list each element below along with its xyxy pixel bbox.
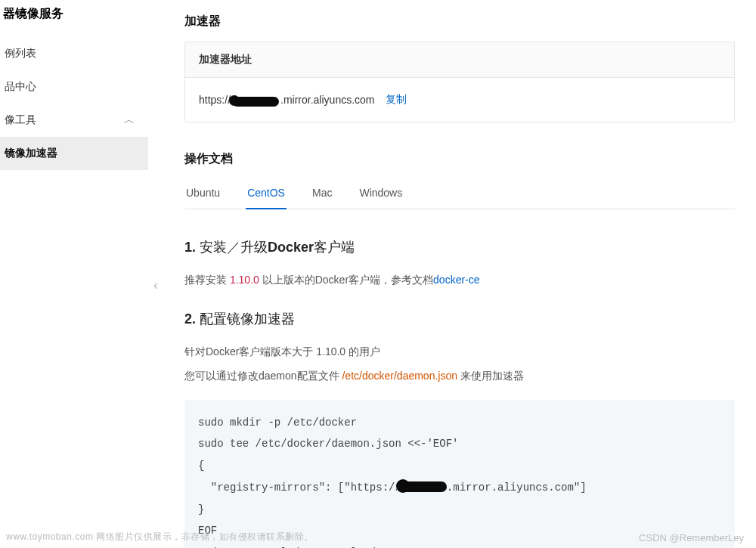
sidebar-item-label: 例列表 bbox=[5, 47, 36, 60]
step1-heading: 1. 安装／升级Docker客户端 bbox=[184, 238, 735, 256]
step2-p1: 针对Docker客户端版本大于 1.10.0 的用户 bbox=[184, 342, 735, 362]
docker-ce-link[interactable]: docker-ce bbox=[433, 274, 479, 286]
code-line: .mirror.aliyuncs.com"] bbox=[447, 481, 587, 494]
tab-centos[interactable]: CentOS bbox=[246, 179, 287, 209]
version-text: 1.10.0 bbox=[230, 274, 259, 286]
step1-t2: 客户端 bbox=[314, 240, 355, 255]
accelerator-card: 加速器地址 https://.mirror.aliyuncs.com 复制 bbox=[184, 42, 735, 122]
url-suffix: .mirror.aliyuncs.com bbox=[280, 94, 374, 106]
code-line: "registry-mirrors": ["https:// bbox=[198, 481, 401, 494]
sidebar-item-label: 像工具 bbox=[5, 113, 36, 127]
p-text: 以上版本的Docker客户端，参考文档 bbox=[259, 274, 433, 286]
main-content: 加速器 加速器地址 https://.mirror.aliyuncs.com 复… bbox=[148, 0, 756, 548]
code-block: sudo mkdir -p /etc/docker sudo tee /etc/… bbox=[184, 400, 735, 548]
sidebar-item-products[interactable]: 品中心 bbox=[0, 70, 148, 104]
p-text: 的用户 bbox=[345, 345, 380, 358]
step1-paragraph: 推荐安装 1.10.0 以上版本的Docker客户端，参考文档docker-ce bbox=[184, 270, 735, 290]
daemon-path: /etc/docker/daemon.json bbox=[342, 370, 457, 382]
chevron-up-icon: ︿ bbox=[124, 113, 135, 127]
sidebar-title: 器镜像服务 bbox=[0, 0, 148, 37]
sidebar-item-label: 品中心 bbox=[5, 80, 36, 94]
p-ver: 1.10.0 bbox=[316, 345, 345, 358]
sidebar-item-accelerator[interactable]: 镜像加速器 bbox=[0, 137, 148, 170]
url-prefix: https:// bbox=[199, 94, 231, 106]
redacted-icon bbox=[401, 481, 447, 492]
step2-p2: 您可以通过修改daemon配置文件 /etc/docker/daemon.jso… bbox=[184, 366, 735, 386]
p-text: 您可以通过修改daemon配置文件 bbox=[184, 370, 342, 382]
sidebar-item-mirror-tools[interactable]: 像工具 ︿ bbox=[0, 104, 148, 137]
step-number: 2. bbox=[184, 311, 196, 327]
accelerator-url: https://.mirror.aliyuncs.com bbox=[199, 94, 375, 106]
p-text: 推荐安装 bbox=[184, 274, 230, 286]
step-number: 1. bbox=[184, 240, 196, 255]
accelerator-address-label: 加速器地址 bbox=[185, 42, 734, 78]
step1-t1: 安装／升级 bbox=[200, 240, 268, 255]
sidebar-item-instances[interactable]: 例列表 bbox=[0, 37, 148, 70]
sidebar-item-label: 镜像加速器 bbox=[5, 147, 57, 160]
code-line: { bbox=[198, 460, 204, 472]
step2-heading: 2. 配置镜像加速器 bbox=[184, 310, 735, 328]
code-line: sudo mkdir -p /etc/docker bbox=[198, 416, 357, 429]
p-text: 来使用加速器 bbox=[457, 370, 524, 382]
p-text: 针对Docker客户端版本大于 bbox=[184, 345, 316, 358]
tab-windows[interactable]: Windows bbox=[358, 179, 404, 209]
copy-link[interactable]: 复制 bbox=[386, 93, 407, 107]
tab-ubuntu[interactable]: Ubuntu bbox=[184, 179, 222, 209]
step1-bold: Docker bbox=[268, 240, 314, 255]
sidebar: 器镜像服务 例列表 品中心 像工具 ︿ 镜像加速器 bbox=[0, 0, 148, 548]
step2-title: 配置镜像加速器 bbox=[200, 311, 295, 327]
code-line: sudo tee /etc/docker/daemon.json <<-'EOF… bbox=[198, 438, 458, 450]
watermark-left: www.toymoban.com 网络图片仅供展示，非存储，如有侵权请联系删除。 bbox=[6, 531, 314, 543]
accelerator-title: 加速器 bbox=[184, 14, 735, 29]
code-line: } bbox=[198, 503, 204, 515]
tab-mac[interactable]: Mac bbox=[311, 179, 333, 209]
os-tabs: Ubuntu CentOS Mac Windows bbox=[184, 179, 735, 209]
docs-title: 操作文档 bbox=[184, 151, 735, 167]
redacted-icon bbox=[232, 97, 279, 107]
watermark-right: CSDN @RememberLey bbox=[639, 532, 744, 543]
